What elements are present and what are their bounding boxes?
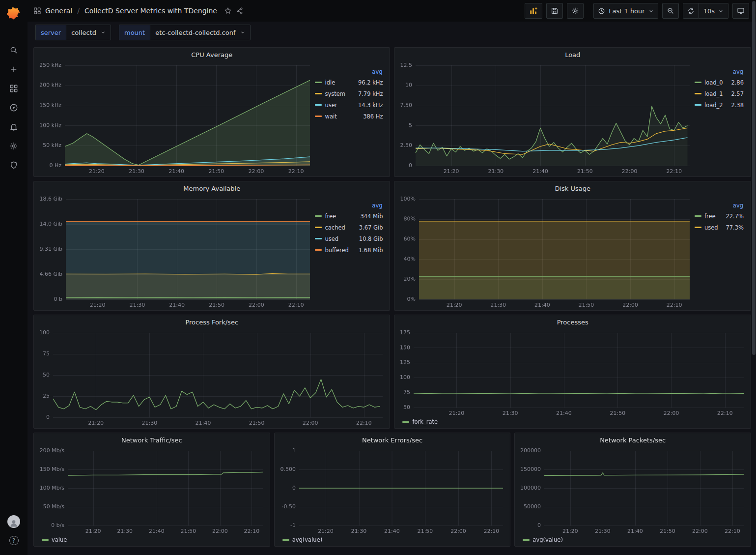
variable-mount-label: mount (119, 25, 150, 40)
alerting-bell-icon[interactable] (3, 117, 25, 136)
chart-process-fork[interactable] (37, 329, 387, 427)
refresh-interval-select[interactable]: 10s (699, 3, 728, 19)
chart-network-traffic[interactable] (37, 447, 267, 535)
panel-title[interactable]: CPU Average (191, 51, 232, 58)
server-admin-shield-icon[interactable] (3, 155, 25, 175)
panel-legend: avgfree344 Mibcached3.67 Gibused10.8 Gib… (314, 195, 387, 309)
configuration-gear-icon[interactable] (3, 136, 25, 155)
series-name: avg(value) (532, 536, 563, 543)
legend-item-used[interactable]: used10.8 Gib (315, 233, 383, 244)
breadcrumb-folder-link[interactable]: General (45, 7, 72, 15)
series-color-marker (315, 249, 322, 251)
star-icon[interactable] (224, 7, 232, 15)
legend-item-load_1[interactable]: load_12.57 (695, 88, 744, 99)
panel-network-errors: Network Errors/sec avg(value) (274, 433, 511, 547)
legend-item-free[interactable]: free22.7% (695, 210, 744, 222)
legend-item-buffered[interactable]: buffered1.68 Mib (315, 244, 383, 256)
refresh-group: 10s (683, 3, 728, 19)
legend-avg-header[interactable]: avg (315, 202, 383, 209)
panel-header[interactable]: CPU Average (34, 48, 390, 61)
panel-title[interactable]: Network Errors/sec (362, 437, 422, 444)
dashboard-grid-icon (33, 7, 41, 15)
series-color-marker (695, 93, 701, 94)
legend-item-load_2[interactable]: load_22.38 (695, 99, 744, 111)
legend-item-wait[interactable]: wait386 Hz (315, 111, 383, 122)
explore-compass-icon[interactable] (3, 98, 25, 117)
chart-network-errors[interactable] (278, 447, 507, 535)
create-plus-icon[interactable] (3, 59, 25, 79)
panel-header[interactable]: Load (394, 48, 751, 61)
share-icon[interactable] (236, 7, 244, 15)
series-color-marker (42, 539, 49, 541)
legend-item-used[interactable]: used77.3% (695, 222, 744, 233)
series-name: free (704, 213, 716, 220)
legend-item-idle[interactable]: idle96.2 kHz (315, 77, 383, 88)
scrollbar-thumb[interactable] (752, 1, 756, 355)
variable-server-selected: collectd (71, 29, 96, 36)
variable-server-value[interactable]: collectd (66, 25, 111, 40)
refresh-button[interactable] (683, 3, 699, 19)
panel-title[interactable]: Processes (557, 319, 588, 326)
chart-processes[interactable] (397, 329, 748, 417)
legend-item-fork_rate[interactable]: fork_rate (402, 418, 438, 425)
series-color-marker (315, 215, 322, 217)
series-avg-value: 344 Mib (360, 213, 383, 220)
grafana-logo-icon[interactable] (4, 4, 24, 24)
panel-header[interactable]: Disk Usage (394, 181, 751, 195)
cycle-view-button[interactable] (732, 3, 749, 19)
help-icon[interactable]: ? (3, 531, 25, 550)
panel-header[interactable]: Network Packets/sec (515, 433, 751, 447)
chart-disk-usage[interactable] (397, 195, 694, 309)
panel-title[interactable]: Network Packets/sec (600, 437, 666, 444)
legend-avg-header[interactable]: avg (695, 68, 744, 75)
series-avg-value: 14.3 kHz (358, 102, 383, 109)
chart-network-packets[interactable] (518, 447, 748, 535)
panel-legend: avg(value) (518, 535, 748, 545)
legend-item-user[interactable]: user14.3 kHz (315, 99, 383, 111)
legend-item-free[interactable]: free344 Mib (315, 210, 383, 222)
legend-item-avg(value)[interactable]: avg(value) (282, 536, 323, 543)
topbar: General / CollectD Server Metrics with T… (28, 0, 756, 22)
grafana-app: ? General / CollectD Server Metrics with… (0, 0, 756, 555)
search-icon[interactable] (3, 40, 25, 59)
chart-load[interactable] (397, 61, 694, 175)
series-avg-value: 2.57 (731, 90, 744, 97)
time-range-picker[interactable]: Last 1 hour (593, 3, 658, 19)
dashboards-icon[interactable] (3, 79, 25, 98)
series-avg-value: 3.67 Gib (359, 224, 383, 231)
series-name: idle (325, 79, 335, 86)
series-avg-value: 77.3% (726, 224, 744, 231)
legend-item-value[interactable]: value (42, 536, 67, 543)
series-avg-value: 10.8 Gib (359, 235, 383, 242)
panel-disk-usage: Disk Usage avgfree22.7%used77.3% (394, 181, 751, 311)
panel-header[interactable]: Process Fork/sec (34, 315, 390, 329)
legend-item-avg(value)[interactable]: avg(value) (523, 536, 563, 543)
panel-header[interactable]: Processes (394, 315, 751, 329)
user-avatar[interactable] (3, 512, 25, 531)
chart-memory-available[interactable] (37, 195, 314, 309)
legend-item-cached[interactable]: cached3.67 Gib (315, 222, 383, 233)
toolbar: Last 1 hour 10s (525, 3, 749, 19)
panel-title[interactable]: Disk Usage (555, 185, 590, 192)
save-dashboard-button[interactable] (546, 3, 563, 19)
chart-cpu-average[interactable] (37, 61, 314, 175)
dashboard-settings-button[interactable] (567, 3, 584, 19)
panel-title[interactable]: Memory Available (183, 185, 240, 192)
legend-avg-header[interactable]: avg (695, 202, 744, 209)
panel-header[interactable]: Network Traffic/sec (34, 433, 270, 447)
zoom-out-button[interactable] (662, 3, 679, 19)
panel-title[interactable]: Load (565, 51, 580, 58)
panel-header[interactable]: Memory Available (34, 181, 390, 195)
scrollbar[interactable] (752, 1, 756, 554)
series-name: avg(value) (292, 536, 323, 543)
add-panel-button[interactable] (525, 3, 542, 19)
legend-avg-header[interactable]: avg (315, 68, 383, 75)
panel-header[interactable]: Network Errors/sec (275, 433, 510, 447)
legend-item-system[interactable]: system7.79 kHz (315, 88, 383, 99)
panel-title[interactable]: Network Traffic/sec (121, 437, 182, 444)
series-color-marker (523, 539, 530, 541)
legend-item-load_0[interactable]: load_02.86 (695, 77, 744, 88)
variable-mount-value[interactable]: etc-collectd-collectd.conf (150, 25, 250, 40)
dashboard-title[interactable]: CollectD Server Metrics with TDengine (84, 7, 217, 15)
panel-title[interactable]: Process Fork/sec (185, 319, 238, 326)
